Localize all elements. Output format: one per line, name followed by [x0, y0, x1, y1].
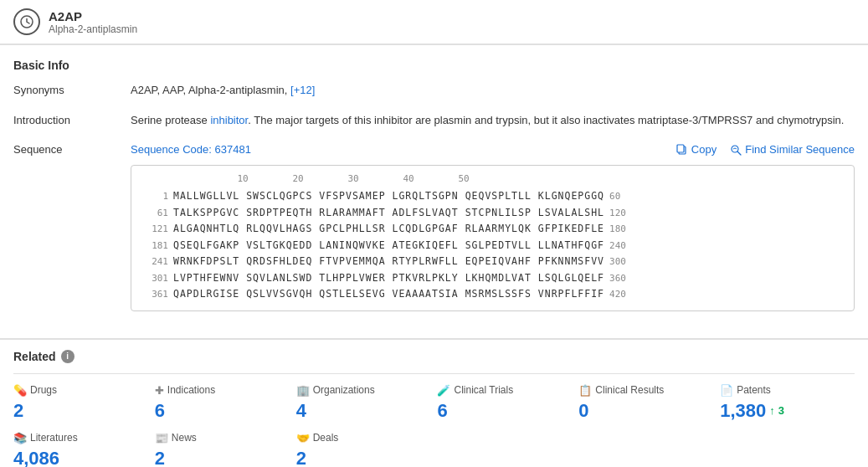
stat-item[interactable]: 📰 News 2 — [155, 432, 290, 468]
stat-icon: 📰 — [155, 432, 168, 444]
introduction-label: Introduction — [13, 112, 131, 126]
related-header: Related i — [13, 350, 855, 363]
stat-value: 6 — [437, 400, 572, 422]
copy-label: Copy — [691, 141, 716, 158]
related-section: Related i 💊 Drugs 2 ✚ Indications 6 🏢 Or… — [0, 339, 868, 468]
stat-item[interactable]: 🏢 Organizations 4 — [296, 384, 431, 422]
seq-end-num: 420 — [609, 288, 626, 302]
sequence-row: Sequence Sequence Code: 637481 Copy — [13, 141, 868, 311]
stat-value: 6 — [155, 400, 290, 422]
stat-value-badge: 1,380 ↑ 3 — [720, 400, 855, 422]
seq-start-num: 1 — [138, 190, 168, 204]
stat-item[interactable]: 🧪 Clinical Trials 6 — [437, 384, 572, 422]
sequence-row: 1 MALLWGLLVL SWSCLQGPCS VFSPVSAMEP LGRQL… — [138, 189, 847, 204]
sequence-rows: 1 MALLWGLLVL SWSCLQGPCS VFSPVSAMEP LGRQL… — [138, 189, 847, 302]
stat-value: 4,086 — [13, 448, 148, 468]
app-titles: A2AP Alpha-2-antiplasmin — [49, 9, 137, 35]
intro-after: . The major targets of this inhibitor ar… — [248, 114, 844, 126]
stat-value: 2 — [13, 400, 148, 422]
sequence-label: Sequence — [13, 141, 131, 156]
app-fullname: Alpha-2-antiplasmin — [49, 23, 137, 35]
stat-item[interactable]: 📄 Patents 1,380 ↑ 3 — [720, 384, 855, 422]
stat-icon: 📄 — [720, 384, 733, 397]
seq-end-num: 120 — [609, 207, 626, 221]
seq-bases: WRNKFDPSLT QRDSFHLDEQ FTVPVEMMQA RTYPLRW… — [173, 254, 604, 269]
sequence-row: 361 QAPDLRGISE QSLVVSGVQH QSTLELSEVG VEA… — [138, 287, 847, 302]
stat-icon: 🤝 — [296, 432, 310, 444]
stat-icon: ✚ — [155, 384, 164, 397]
find-similar-label: Find Similar Sequence — [745, 141, 855, 158]
stat-value: 2 — [296, 448, 431, 468]
seq-end-num: 240 — [609, 239, 626, 254]
sequence-row: 301 LVPTHFEWNV SQVLANLSWD TLHPPLVWER PTK… — [138, 271, 847, 286]
stat-label-text: Literatures — [30, 432, 78, 444]
sequence-code: 637481 — [214, 143, 250, 156]
stat-label-text: Clinical Results — [595, 384, 664, 396]
sequence-row: 61 TALKSPPGVC SRDPTPEQTH RLARAMMAFT ADLF… — [138, 206, 847, 221]
seq-start-num: 361 — [138, 288, 168, 302]
sequence-row: 121 ALGAQNHTLQ RLQQVLHAGS GPCLPHLLSR LCQ… — [138, 222, 847, 237]
app-header: A2AP Alpha-2-antiplasmin — [0, 0, 868, 44]
seq-start-num: 61 — [138, 207, 168, 221]
stat-item[interactable]: ✚ Indications 6 — [155, 384, 290, 422]
stat-item[interactable]: 📚 Literatures 4,086 — [13, 432, 148, 468]
sequence-actions: Copy Find Similar Sequence — [676, 141, 855, 158]
stat-icon: 📚 — [13, 432, 27, 444]
stat-icon: 📋 — [578, 384, 592, 397]
basic-info-title: Basic Info — [13, 59, 868, 72]
introduction-value: Serine protease inhibitor. The major tar… — [131, 112, 868, 129]
stat-item[interactable]: 🤝 Deals 2 — [296, 432, 431, 468]
synonyms-text: A2AP, AAP, Alpha-2-antiplasmin, — [131, 84, 287, 96]
stat-label-text: Deals — [313, 432, 339, 444]
stat-label-text: Drugs — [30, 384, 57, 396]
stat-label-text: News — [172, 432, 197, 444]
sequence-ruler: 10 20 30 40 50 — [172, 172, 847, 187]
sequence-header: Sequence Code: 637481 Copy — [131, 141, 855, 158]
app-id: A2AP — [49, 9, 137, 23]
seq-end-num: 60 — [609, 190, 620, 204]
svg-line-4 — [737, 151, 741, 155]
stat-label-text: Patents — [737, 384, 771, 396]
stat-value: 4 — [296, 400, 431, 422]
synonyms-more[interactable]: [+12] — [290, 84, 315, 96]
copy-button[interactable]: Copy — [676, 141, 716, 158]
sequence-code-label: Sequence Code: — [131, 143, 212, 156]
seq-end-num: 300 — [609, 255, 626, 269]
stat-label: 📄 Patents — [720, 384, 855, 397]
sequence-box[interactable]: 10 20 30 40 50 1 MALLWGLLVL SWSCLQGPCS V… — [131, 165, 855, 311]
stat-label: 🏢 Organizations — [296, 384, 431, 397]
stat-label: 🧪 Clinical Trials — [437, 384, 572, 397]
seq-bases: MALLWGLLVL SWSCLQGPCS VFSPVSAMEP LGRQLTS… — [173, 189, 604, 203]
sequence-row: 181 QSEQLFGAKP VSLTGKQEDD LANINQWVKE ATE… — [138, 239, 847, 254]
stat-label: 🤝 Deals — [296, 432, 431, 444]
related-inner-divider — [13, 373, 855, 374]
stat-label-text: Organizations — [313, 384, 375, 396]
related-title: Related — [13, 350, 56, 363]
synonyms-label: Synonyms — [13, 82, 131, 96]
stat-label: 📋 Clinical Results — [578, 384, 713, 397]
copy-icon — [676, 144, 688, 156]
stats-row2: 📚 Literatures 4,086 📰 News 2 🤝 Deals 2 — [13, 432, 855, 468]
stat-value: 1,380 — [720, 400, 766, 422]
stat-label: 📚 Literatures — [13, 432, 148, 444]
find-similar-button[interactable]: Find Similar Sequence — [730, 141, 855, 158]
stat-label: 💊 Drugs — [13, 384, 148, 397]
stat-icon: 🧪 — [437, 384, 450, 397]
stat-item[interactable]: 💊 Drugs 2 — [13, 384, 148, 422]
intro-highlight[interactable]: inhibitor — [210, 114, 248, 126]
stat-icon: 💊 — [13, 384, 27, 397]
seq-end-num: 360 — [609, 272, 626, 286]
stat-badge-num: 3 — [778, 404, 784, 417]
seq-end-num: 180 — [609, 223, 626, 237]
stat-label: 📰 News — [155, 432, 290, 444]
synonyms-value: A2AP, AAP, Alpha-2-antiplasmin, [+12] — [131, 82, 868, 99]
sequence-code-link[interactable]: Sequence Code: 637481 — [131, 141, 251, 158]
seq-bases: QSEQLFGAKP VSLTGKQEDD LANINQWVKE ATEGKIQ… — [173, 239, 604, 253]
related-info-icon[interactable]: i — [61, 350, 74, 363]
find-similar-icon — [730, 144, 742, 156]
stat-item[interactable]: 📋 Clinical Results 0 — [578, 384, 713, 422]
synonyms-row: Synonyms A2AP, AAP, Alpha-2-antiplasmin,… — [13, 82, 868, 99]
introduction-row: Introduction Serine protease inhibitor. … — [13, 112, 868, 129]
stat-label: ✚ Indications — [155, 384, 290, 397]
svg-rect-2 — [677, 145, 684, 152]
